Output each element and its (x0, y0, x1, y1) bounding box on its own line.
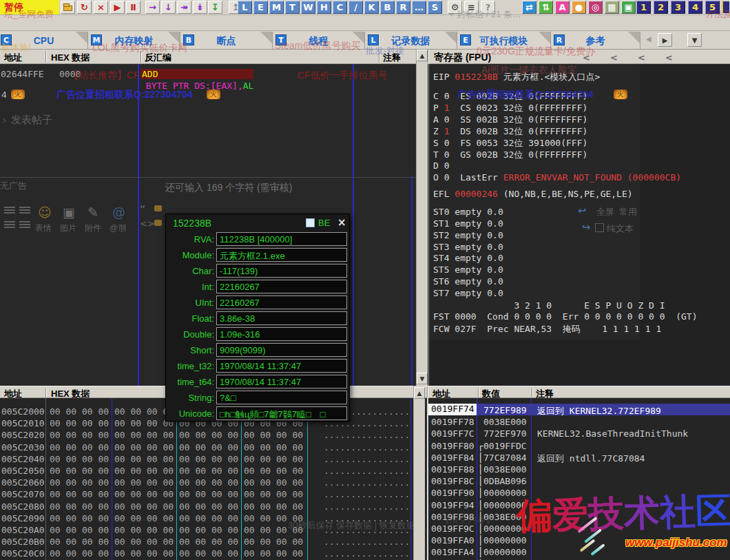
target-button[interactable]: ◎ (588, 1, 603, 14)
register-line[interactable]: ST5 empty 0.0 (433, 265, 503, 275)
open-file-button[interactable] (61, 1, 75, 14)
stack-row[interactable]: 0019FF8C│0DBAB096 (428, 476, 730, 488)
screen-button[interactable]: ▣ (621, 1, 636, 14)
register-line[interactable]: D 0 (433, 160, 449, 171)
panel-button-r[interactable]: R (396, 1, 410, 14)
assembler-button[interactable]: A (555, 1, 570, 14)
popup-field-value: □h□触ц頻□7龤7鷃7瞌□ □ (216, 406, 347, 420)
popup-close-icon[interactable]: × (337, 216, 346, 229)
restart-button[interactable]: ↻ (77, 1, 92, 14)
register-line[interactable]: ST3 empty 0.0 (433, 242, 503, 252)
register-line[interactable]: A 0 SS 002B 32位 0(FFFFFFFF) (433, 114, 587, 126)
stack-row[interactable]: 0019FF780038E000 (428, 417, 730, 428)
dump-address: 005C2070 (1, 489, 45, 499)
scroll-down-button[interactable]: ▼ (417, 373, 428, 384)
instruction-address: 02644FFE (1, 69, 44, 79)
dump-bytes: 00 00 00 00 (179, 489, 238, 499)
desktop-button-2[interactable]: 2 (654, 1, 668, 14)
register-line[interactable]: S 0 FS 0053 32位 391000(FFF) (433, 137, 587, 149)
execute-till-return-button[interactable]: ↧ (208, 1, 222, 14)
register-line[interactable]: P 1 CS 0023 32位 0(FFFFFFFF) (433, 102, 587, 114)
desktop-button-4[interactable]: 4 (688, 1, 702, 14)
panel-button-c[interactable]: C (333, 1, 347, 14)
panel-button-m[interactable]: M (269, 1, 284, 14)
step-over-button[interactable]: ↓ (161, 1, 176, 14)
register-line[interactable]: ST4 empty 0.0 (433, 253, 503, 263)
stack-bracket: │ (478, 476, 483, 486)
pause-button[interactable]: Ⅱ (126, 1, 140, 14)
run-button[interactable]: ▶ (110, 1, 125, 14)
panel-button-e[interactable]: E (253, 1, 268, 14)
animate-into-button[interactable]: ↠ (177, 1, 191, 14)
stack-row[interactable]: 0019FF74772EF989返回到 KERNEL32.772EF989 (428, 405, 730, 417)
collapse-chevron-icon[interactable]: < (610, 52, 618, 63)
register-line[interactable]: T 0 GS 002B 32位 0(FFFFFFFF) (433, 149, 587, 161)
close-button[interactable]: × (94, 1, 108, 14)
register-line[interactable]: ST2 empty 0.0 (433, 230, 503, 240)
list-ol-icon (4, 221, 15, 229)
tab-断点[interactable]: B断点 (180, 32, 273, 49)
stack-row[interactable]: 0019FF7C772EF970KERNEL32.BaseThreadInitT… (428, 428, 730, 440)
stack-value: 77C87084 (483, 453, 527, 463)
animate-over-button[interactable]: ↡ (193, 1, 207, 14)
register-line[interactable]: ST6 empty 0.0 (433, 276, 503, 287)
stack-bracket: │ (478, 464, 483, 475)
registers-pane[interactable]: EIP 0152238B 元素方框.<模块入口点>C 0 ES 002B 32位… (428, 64, 730, 386)
panel-button-l[interactable]: L (238, 1, 252, 14)
grid-button[interactable]: ▦ (605, 1, 619, 14)
tab-forward-button[interactable]: ▶ (658, 33, 672, 47)
stack-row[interactable]: 0019FF84│77C87084返回到 ntdll.77C87084 (428, 453, 730, 464)
header-divider (532, 388, 532, 397)
collapse-chevron-icon[interactable]: < (665, 52, 673, 63)
disassembly-scrollbar[interactable]: ▲▼ (416, 50, 428, 386)
panel-button-w[interactable]: W (301, 1, 315, 14)
panel-button-h[interactable]: H (317, 1, 331, 14)
panel-button-b[interactable]: B (380, 1, 395, 14)
dump-row[interactable]: 005C206000 00 00 0000 00 00 0000 00 00 0… (0, 477, 413, 489)
forum-bleed-text: 坛_全网免费 (4, 8, 54, 21)
scroll-up-button[interactable]: ▲ (414, 387, 425, 399)
register-line[interactable]: 3 2 1 0 E S P U O Z D I (433, 300, 665, 311)
hex-dump-pane[interactable]: 005C200000 00 00 0000 00 00 0000 00 00 0… (0, 398, 413, 560)
dump-row[interactable]: 005C20B000 00 00 0000 00 00 0000 00 00 0… (0, 537, 413, 548)
register-line[interactable]: Z 1 DS 002B 32位 0(FFFFFFFF) (433, 125, 587, 138)
panel-button-slash[interactable]: / (348, 1, 363, 14)
swap-button[interactable]: ⇄ (522, 1, 536, 14)
collapse-chevron-icon[interactable]: < (638, 52, 645, 63)
record-button[interactable]: ● (572, 1, 586, 14)
register-line[interactable]: FST 0000 Cond 0 0 0 0 Err 0 0 0 0 0 0 0 … (433, 311, 698, 322)
register-line[interactable]: ST0 empty 0.0 (433, 207, 503, 217)
dump-row[interactable]: 005C202000 00 00 0000 00 00 0000 00 00 0… (0, 430, 413, 442)
panel-button-t[interactable]: T (285, 1, 300, 14)
dump-row[interactable]: 005C205000 00 00 0000 00 00 0000 00 00 0… (0, 466, 413, 477)
dump-row[interactable]: 005C204000 00 00 0000 00 00 0000 00 00 0… (0, 454, 413, 466)
stack-bracket: │ (478, 547, 483, 557)
register-line[interactable]: O 0 LastErr ERROR_ENVVAR_NOT_FOUND (0000… (433, 172, 681, 183)
register-line[interactable]: ST1 empty 0.0 (433, 218, 503, 229)
register-line[interactable]: FCW 027F Prec NEAR,53 掩码 1 1 1 1 1 1 (433, 323, 661, 335)
dump-row[interactable]: 005C203000 00 00 0000 00 00 0000 00 00 0… (0, 442, 413, 454)
scroll-up-button[interactable]: ▲ (417, 50, 428, 61)
desktop-button-3[interactable]: 3 (671, 1, 685, 14)
updown-button[interactable]: ⇅ (539, 1, 553, 14)
step-into-button[interactable]: → (145, 1, 160, 14)
editor-@朋-icon: @ (112, 205, 125, 220)
register-line[interactable]: EFL 00000246 (NO,NB,E,BE,NS,PE,GE,LE) (433, 189, 633, 199)
panel-button-s[interactable]: S (428, 1, 442, 14)
dump-scrollbar[interactable]: ▲ (413, 386, 425, 560)
header-divider (478, 388, 479, 397)
register-line[interactable]: ST7 empty 0.0 (433, 288, 503, 298)
tab-dropdown-button[interactable]: ▼ (687, 33, 702, 47)
panel-button-more[interactable]: … (412, 1, 426, 14)
panel-button-k[interactable]: K (364, 1, 379, 14)
quote-icon: “ (140, 203, 145, 216)
dump-row[interactable]: 005C207000 00 00 0000 00 00 0000 00 00 0… (0, 489, 413, 501)
dump-row[interactable]: 005C208000 00 00 0000 00 00 0000 00 00 0… (0, 501, 413, 513)
dump-bytes: 00 00 00 00 (50, 418, 109, 428)
stack-row[interactable]: 0019FF80┌0019FFDC (428, 441, 730, 453)
popup-field-label: Unicode: (167, 408, 214, 419)
stack-row[interactable]: 0019FF88│0038E000 (428, 464, 730, 476)
be-checkbox[interactable] (306, 218, 315, 227)
dump-row[interactable]: 005C20C000 00 00 0000 00 00 0000 00 00 0… (0, 548, 413, 560)
desktop-button-1[interactable]: 1 (636, 1, 651, 14)
